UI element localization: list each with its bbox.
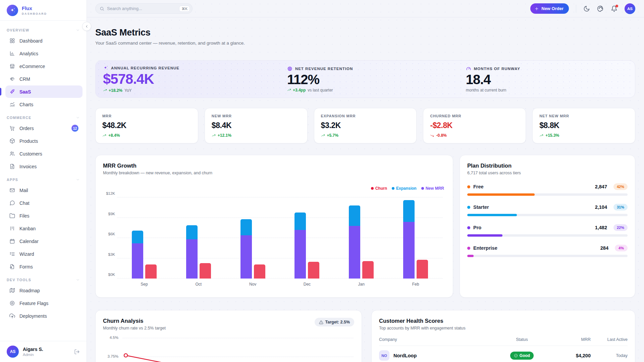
row-last-active: Today: [591, 353, 628, 358]
sidebar-item-label: SaaS: [19, 89, 31, 95]
sidebar-item-label: Wizard: [19, 251, 34, 257]
folder-icon: [9, 213, 15, 219]
sidebar-item-crm[interactable]: CRM: [5, 73, 83, 85]
sidebar-item-charts[interactable]: Charts: [5, 98, 83, 111]
metric-card-churned-mrr: CHURNED MRR-$2.8K-0.8%: [423, 108, 526, 143]
legend-item-churn: Churn: [371, 186, 387, 191]
dark-mode-icon[interactable]: [583, 5, 590, 12]
search-box[interactable]: ⌘K: [95, 3, 193, 14]
metric-cards-row: MRR$48.2K+8.4%NEW MRR$8.4K+12.1%EXPANSIO…: [95, 108, 635, 143]
nav-section-apps[interactable]: APPS: [0, 173, 87, 184]
sidebar-item-analytics[interactable]: Analytics: [5, 47, 83, 60]
hero-stat-label: MONTHS OF RUNWAY: [474, 67, 520, 71]
new-order-button[interactable]: New Order: [530, 3, 569, 14]
trend-up-icon: [212, 133, 216, 138]
legend-dot: [371, 187, 374, 190]
sidebar-item-invoices[interactable]: Invoices: [5, 160, 83, 173]
sidebar-item-label: Roadmap: [19, 288, 40, 293]
brand[interactable]: Flux DASHBOARD: [0, 0, 87, 21]
row-mrr: $4,200: [547, 353, 591, 358]
expansion-segment: [403, 200, 415, 222]
sidebar-item-chat[interactable]: Chat: [5, 197, 83, 209]
legend-item-expansion: Expansion: [392, 186, 417, 191]
theme-palette-icon[interactable]: [597, 5, 604, 12]
active-indicator: [0, 88, 1, 96]
trend-up-icon: [103, 88, 107, 93]
search-input[interactable]: [107, 6, 176, 11]
churn-y-tick: 4.5%: [103, 336, 118, 340]
plan-label: Pro: [473, 225, 481, 230]
brand-tagline: DASHBOARD: [22, 12, 47, 15]
hero-stat-label: ANNUAL RECURRING REVENUE: [111, 66, 179, 70]
plan-row-starter: Starter2,10431%: [467, 204, 628, 216]
sidebar-item-ecommerce[interactable]: eCommerce: [5, 60, 83, 72]
sidebar-item-products[interactable]: Products: [5, 135, 83, 147]
sidebar-item-mail[interactable]: Mail: [5, 184, 83, 196]
sidebar-item-forms[interactable]: Forms: [5, 260, 83, 273]
sidebar-user[interactable]: AS Aigars S. Admin: [0, 341, 87, 362]
nav-section-label: OVERVIEW: [7, 28, 30, 32]
stacked-bar: [349, 205, 360, 279]
charts-icon: [9, 102, 15, 107]
sidebar-collapse-button[interactable]: [82, 22, 91, 31]
nav-section-commerce[interactable]: COMMERCE: [0, 111, 87, 122]
topbar-avatar[interactable]: AS: [625, 3, 635, 14]
plan-dot: [467, 247, 470, 250]
churn-title: Churn Analysis: [103, 318, 166, 324]
health-row-nordloop[interactable]: NONordLoopGood$4,200Today: [379, 346, 628, 362]
plan-progress-fill: [467, 255, 474, 257]
sidebar-item-orders[interactable]: Orders12: [5, 122, 83, 134]
trend-down-icon: [430, 133, 434, 138]
sidebar-item-files[interactable]: Files: [5, 209, 83, 222]
plan-progress-track: [467, 234, 628, 237]
sidebar-item-dashboard[interactable]: Dashboard: [5, 35, 83, 47]
content: SaaS Metrics Your SaaS command center — …: [87, 17, 644, 362]
sidebar-item-label: Chat: [19, 200, 30, 206]
hero-stat-value: $578.4K: [103, 72, 274, 86]
sidebar-item-saas[interactable]: SaaS: [5, 85, 83, 98]
form-icon: [9, 264, 15, 269]
sidebar: Flux DASHBOARD OVERVIEWDashboardAnalytic…: [0, 0, 87, 362]
invoice-icon: [9, 164, 15, 169]
legend-dot: [392, 187, 394, 190]
plan-user-count: 1,482: [595, 225, 607, 230]
sidebar-item-wizard[interactable]: Wizard: [5, 248, 83, 260]
new-mrr-segment: [186, 239, 198, 279]
sidebar-item-label: Feature Flags: [19, 301, 48, 306]
cloud-upload-icon: [9, 313, 15, 319]
sidebar-item-deployments[interactable]: Deployments: [5, 310, 83, 322]
sidebar-item-calendar[interactable]: Calendar: [5, 235, 83, 247]
plan-progress-fill: [467, 193, 535, 196]
expansion-segment: [186, 225, 198, 239]
y-axis-tick: $12K: [103, 191, 115, 195]
sidebar-item-label: Analytics: [19, 51, 38, 56]
orders-count-badge: 12: [71, 125, 78, 132]
sidebar-item-roadmap[interactable]: Roadmap: [5, 284, 83, 297]
nav-section-overview[interactable]: OVERVIEW: [0, 23, 87, 34]
crm-icon: [9, 76, 15, 82]
plan-user-count: 2,847: [595, 184, 607, 189]
metric-value: $8.8K: [539, 121, 628, 130]
sidebar-item-customers[interactable]: Customers: [5, 147, 83, 160]
notifications-bell-icon[interactable]: [611, 5, 618, 12]
company-name: NordLoop: [393, 353, 417, 358]
col-status: Status: [497, 337, 547, 342]
logout-icon[interactable]: [74, 349, 80, 355]
hero-stat-annual-recurring-revenue: ANNUAL RECURRING REVENUE$578.4K+18.2%YoY: [96, 65, 280, 93]
sidebar-item-feature-flags[interactable]: Feature Flags: [5, 297, 83, 309]
cart-icon: [9, 125, 15, 131]
col-company: Company: [379, 337, 497, 342]
legend-dot: [421, 187, 424, 190]
chevron-down-icon: [76, 178, 80, 182]
bar-group-jan: [334, 197, 388, 279]
metric-card-net-new-mrr: NET NEW MRR$8.8K+15.3%: [532, 108, 635, 143]
sidebar-item-kanban[interactable]: Kanban: [5, 222, 83, 235]
rocket-icon: [9, 89, 15, 95]
bar-group-feb: [388, 197, 443, 279]
nav-section-dev-tools[interactable]: DEV TOOLS: [0, 273, 87, 284]
mail-icon: [9, 187, 15, 193]
expansion-segment: [294, 213, 306, 230]
sidebar-item-label: Mail: [19, 188, 28, 193]
notification-dot: [615, 5, 618, 7]
churn-subtitle: Monthly churn rate vs 2.5% target: [103, 326, 166, 330]
